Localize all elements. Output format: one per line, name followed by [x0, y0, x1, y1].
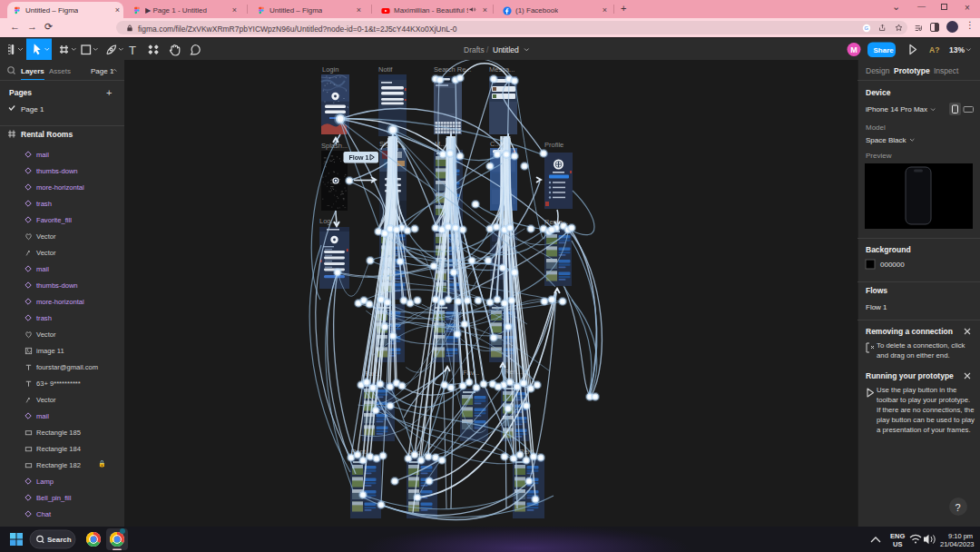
svg-text:Removing a connection: Removing a connection [866, 327, 953, 336]
svg-text:Space Black: Space Black [866, 136, 906, 144]
svg-text:/: / [486, 45, 489, 54]
svg-text:If there are no connections, t: If there are no connections, the [877, 406, 975, 414]
svg-text:000000: 000000 [880, 261, 905, 269]
svg-text:Flow 1: Flow 1 [866, 303, 887, 311]
svg-text:Login: Login [322, 65, 338, 74]
svg-text:M: M [850, 45, 858, 54]
svg-text:Layers: Layers [21, 67, 44, 75]
svg-text:Preview: Preview [866, 152, 892, 160]
svg-text:Profile: Profile [544, 141, 564, 149]
svg-text:Flows: Flows [866, 286, 887, 295]
svg-text:M...: M... [435, 140, 446, 148]
svg-text:Page 1: Page 1 [91, 67, 114, 75]
svg-text:?: ? [956, 502, 961, 513]
svg-text:Use the play button in the: Use the play button in the [877, 386, 956, 394]
svg-text:+: + [106, 87, 112, 98]
svg-text:Share: Share [874, 46, 895, 54]
svg-text:a presentation of your frames.: a presentation of your frames. [877, 426, 971, 434]
svg-text:Model: Model [866, 123, 886, 132]
svg-text:9:10 pm: 9:10 pm [948, 532, 973, 540]
svg-text:Search: Search [47, 536, 72, 544]
svg-text:Drafts: Drafts [464, 45, 485, 54]
svg-text:Rental Rooms: Rental Rooms [21, 130, 73, 139]
svg-text:Page 1: Page 1 [21, 105, 44, 113]
svg-text:A?: A? [929, 45, 939, 54]
svg-text:To delete a connection, click: To delete a connection, click [877, 341, 965, 350]
svg-text:13%: 13% [949, 45, 965, 54]
svg-text:Splash...: Splash... [321, 142, 348, 150]
svg-text:iPhone 14 Pro Max: iPhone 14 Pro Max [866, 105, 927, 113]
svg-text:Fav...: Fav... [463, 369, 479, 377]
svg-text:Device: Device [866, 88, 891, 97]
svg-text:Background: Background [866, 245, 911, 254]
svg-text:play button can be used to pla: play button can be used to play [877, 416, 975, 424]
svg-text:and drag on either end.: and drag on either end. [877, 351, 950, 360]
svg-text:Assets: Assets [49, 67, 71, 75]
svg-text:Notif: Notif [378, 65, 393, 74]
svg-text:T: T [129, 44, 136, 57]
svg-text:Running your prototype: Running your prototype [866, 371, 954, 380]
svg-text:toolbar to play your prototype: toolbar to play your prototype. [877, 396, 970, 404]
svg-text:US: US [893, 540, 902, 548]
svg-text:Design: Design [866, 66, 890, 75]
svg-text:Pages: Pages [9, 88, 32, 97]
svg-text:Log...: Log... [319, 217, 337, 225]
svg-text:21/04/2023: 21/04/2023 [940, 540, 975, 548]
svg-text:Prototype: Prototype [894, 66, 930, 75]
svg-text:ENG: ENG [890, 532, 905, 540]
svg-text:Flow 1: Flow 1 [349, 154, 369, 161]
svg-text:G: G [865, 25, 869, 31]
svg-text:Untitled: Untitled [493, 45, 519, 54]
svg-text:Inspect: Inspect [934, 66, 959, 75]
